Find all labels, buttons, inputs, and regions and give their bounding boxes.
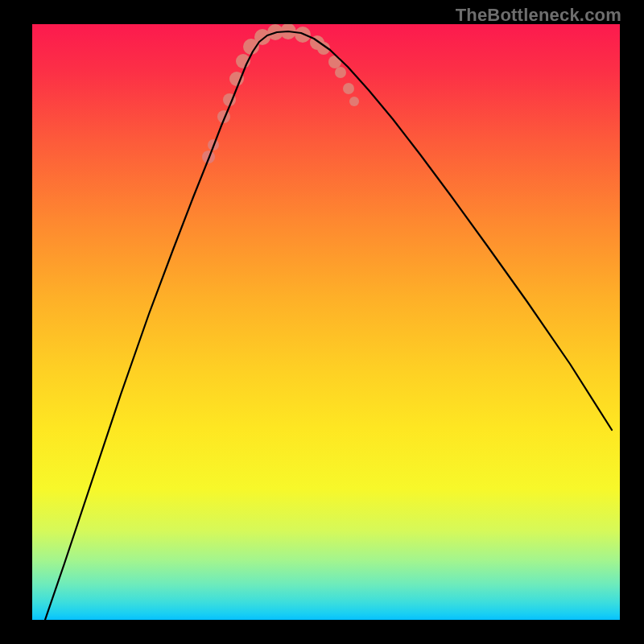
highlight-dot	[335, 67, 346, 78]
chart-frame: TheBottleneck.com	[0, 0, 644, 644]
highlight-dots-group	[202, 24, 359, 163]
highlight-dot	[328, 56, 341, 68]
highlight-dot	[343, 83, 354, 94]
highlight-dot	[349, 97, 359, 106]
bottleneck-curve	[45, 31, 612, 620]
watermark-text: TheBottleneck.com	[456, 5, 621, 26]
chart-svg	[32, 24, 620, 620]
